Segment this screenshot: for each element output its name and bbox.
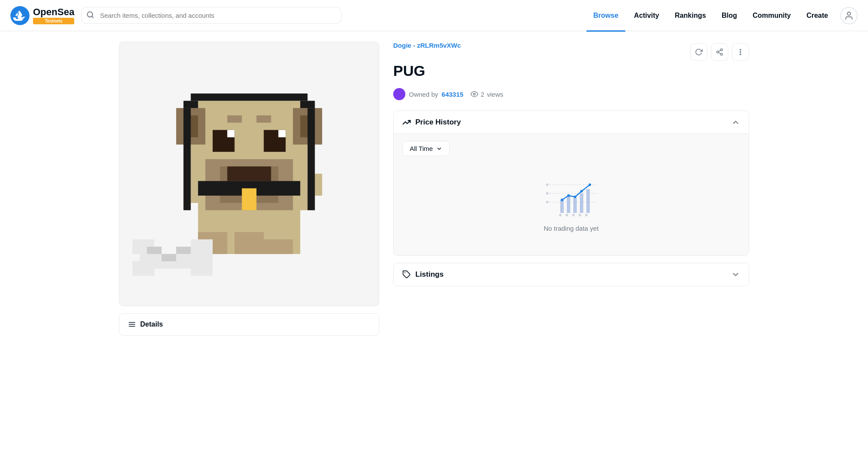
share-icon [716,48,723,56]
more-icon [736,48,744,56]
details-card: Details [119,313,379,336]
logo-text-wrap: OpenSea Testnets [33,7,74,24]
details-icon [128,320,136,328]
details-label: Details [140,320,163,328]
svg-point-63 [567,194,570,197]
listings-section: Listings [393,263,749,286]
opensea-logo-icon [10,6,30,25]
svg-rect-38 [308,108,315,210]
search-input[interactable] [81,7,342,24]
listings-chevron-icon [731,270,740,279]
svg-rect-59 [573,198,577,213]
svg-rect-37 [300,101,315,108]
collection-link[interactable]: Dogie - zRLRm5vXWc [393,42,461,49]
logo-area: OpenSea Testnets [10,6,74,25]
chart-placeholder-icon [541,176,602,219]
logo-text: OpenSea [33,7,74,18]
views-count: 2 [481,91,484,98]
listings-icon [402,270,411,279]
price-history-section: Price History All Time [393,111,749,256]
svg-line-48 [718,52,720,54]
svg-rect-39 [184,108,191,210]
svg-point-71 [585,214,588,216]
views-label: views [487,91,503,98]
svg-rect-16 [227,167,271,181]
main-content: Details Dogie - zRLRm5vXWc [108,31,760,336]
svg-point-69 [572,214,575,216]
svg-rect-24 [242,189,256,210]
price-history-title: Price History [415,118,461,127]
svg-point-66 [589,183,591,186]
time-filter-chevron-icon [436,146,442,152]
svg-point-67 [559,214,562,216]
svg-rect-34 [176,247,191,254]
nav-rankings[interactable]: Rankings [668,8,713,23]
nav-blog[interactable]: Blog [715,8,744,23]
svg-rect-30 [191,239,212,254]
svg-point-52 [740,54,741,55]
svg-point-65 [580,190,583,193]
owner-info: Owned by 643315 [393,88,464,100]
svg-rect-31 [191,262,212,276]
refresh-button[interactable] [690,43,707,61]
owner-avatar [393,88,405,100]
user-avatar[interactable] [840,7,858,24]
eye-icon [470,90,478,98]
listings-header[interactable]: Listings [394,263,749,286]
action-buttons [690,43,749,61]
empty-chart: No trading data yet [402,163,740,245]
left-panel: Details [119,42,379,336]
svg-line-2 [92,16,93,17]
svg-point-50 [740,49,741,50]
svg-rect-33 [161,254,176,262]
svg-rect-14 [278,130,286,137]
svg-rect-20 [264,239,293,254]
svg-point-62 [561,199,563,201]
svg-rect-40 [227,115,242,123]
svg-rect-35 [191,94,307,101]
price-history-chevron-icon [731,118,740,127]
price-history-body: All Time [394,134,749,255]
no-data-text: No trading data yet [544,225,599,232]
svg-point-51 [740,52,741,52]
search-icon [86,11,94,20]
svg-point-68 [566,214,568,216]
svg-rect-32 [147,247,162,254]
nft-title: PUG [393,62,749,79]
time-filter-dropdown[interactable]: All Time [402,141,450,156]
svg-point-74 [546,201,549,203]
svg-rect-60 [580,193,583,213]
svg-point-3 [847,12,850,15]
svg-point-72 [546,183,549,186]
svg-rect-58 [567,196,570,213]
right-panel: Dogie - zRLRm5vXWc [379,42,749,336]
svg-point-64 [574,196,576,198]
right-top-row: Dogie - zRLRm5vXWc [393,42,749,61]
nav-browse[interactable]: Browse [586,8,625,23]
testnets-badge: Testnets [33,18,74,24]
owned-by-label: Owned by [409,91,438,98]
price-history-header[interactable]: Price History [394,111,749,134]
ownership-row: Owned by 643315 2 views [393,88,749,100]
price-history-icon [402,118,411,127]
details-header[interactable]: Details [119,314,379,335]
owner-link[interactable]: 643315 [442,91,464,98]
svg-rect-29 [132,262,154,276]
svg-rect-19 [234,232,263,254]
nav-activity[interactable]: Activity [627,8,666,23]
nav-community[interactable]: Community [746,8,798,23]
svg-rect-13 [227,130,235,137]
header: OpenSea Testnets Browse Activity Ranking… [0,0,868,31]
price-history-header-left: Price History [402,118,461,127]
search-bar [81,7,342,24]
svg-rect-61 [586,189,590,213]
more-button[interactable] [732,43,749,61]
nav-create[interactable]: Create [799,8,835,23]
refresh-icon [695,48,703,56]
svg-point-73 [546,192,549,195]
svg-rect-57 [560,200,564,213]
share-button[interactable] [711,43,728,61]
svg-point-53 [473,93,475,95]
svg-rect-41 [256,115,271,123]
pug-pixel-art [132,55,366,292]
